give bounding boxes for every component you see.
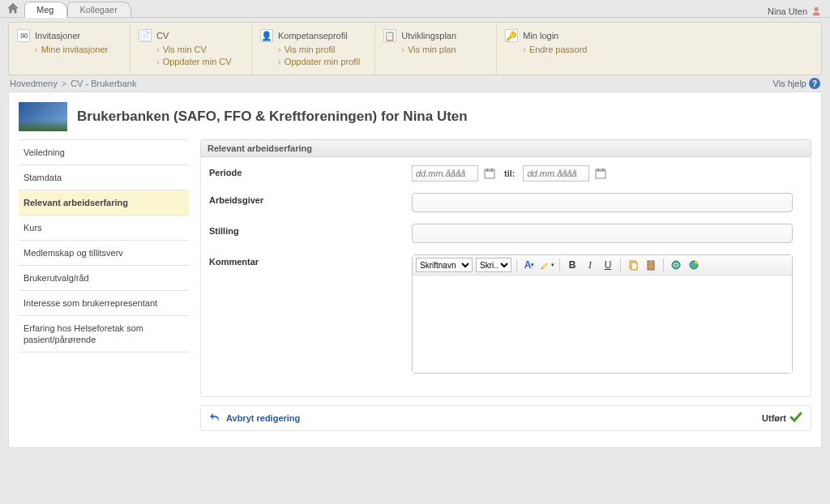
toolbar-invitasjoner: ✉Invitasjoner Mine invitasjoner xyxy=(9,23,130,75)
font-size-select[interactable]: Skri... xyxy=(476,258,511,272)
input-date-to[interactable] xyxy=(523,165,589,182)
help-icon: ? xyxy=(809,78,820,89)
banner-image xyxy=(19,102,67,131)
cancel-label: Avbryt redigering xyxy=(226,413,300,423)
sidebar-item-veiledning[interactable]: Veiledning xyxy=(19,140,189,165)
toolbar-title: Min login xyxy=(523,31,558,41)
label-til: til: xyxy=(504,169,515,178)
page-title: Brukerbanken (SAFO, FFO & Kreftforeninge… xyxy=(77,109,468,125)
breadcrumb-home[interactable]: Hovedmeny xyxy=(10,79,58,88)
link-endre-passord[interactable]: Endre passord xyxy=(523,44,604,56)
editor-body[interactable] xyxy=(413,275,792,373)
check-icon xyxy=(789,411,802,425)
calendar-icon-to[interactable] xyxy=(594,167,607,180)
label-arbeidsgiver: Arbeidsgiver xyxy=(209,193,412,205)
undo-icon xyxy=(209,411,222,425)
invitation-icon: ✉ xyxy=(17,29,30,42)
done-label: Utført xyxy=(762,413,786,423)
paste-button[interactable] xyxy=(644,258,658,272)
document-icon: 📄 xyxy=(139,29,152,42)
link-oppdater-min-cv[interactable]: Oppdater min CV xyxy=(156,56,237,68)
font-family-select[interactable]: Skriftnavn xyxy=(416,258,473,272)
toolbar-title: Utviklingsplan xyxy=(401,31,456,41)
input-stilling[interactable] xyxy=(412,224,793,243)
toolbar-utviklingsplan: 📋Utviklingsplan Vis min plan xyxy=(375,23,497,75)
toolbar-min-login: 🔑Min login Endre passord xyxy=(497,23,618,75)
image-button[interactable] xyxy=(687,258,701,272)
user-menu[interactable]: Nina Uten xyxy=(768,6,830,17)
bold-button[interactable]: B xyxy=(565,258,580,272)
main-toolbar: ✉Invitasjoner Mine invitasjoner 📄CV Vis … xyxy=(9,23,821,75)
username-label: Nina Uten xyxy=(768,6,807,16)
toolbar-separator xyxy=(516,258,517,271)
done-button[interactable]: Utført xyxy=(762,411,802,425)
toolbar-cv: 📄CV Vis min CV Oppdater min CV xyxy=(130,23,252,75)
font-color-button[interactable]: A▾ xyxy=(522,258,537,272)
toolbar-separator xyxy=(663,258,664,271)
toolbar-title: CV xyxy=(156,31,169,41)
svg-point-0 xyxy=(814,7,818,11)
section-header: Relevant arbeidserfaring xyxy=(200,139,811,157)
link-oppdater-min-profil[interactable]: Oppdater min profil xyxy=(278,56,360,68)
toolbar-title: Kompetanseprofil xyxy=(278,31,348,41)
breadcrumb-current: CV - Brukerbank xyxy=(71,79,136,88)
editor-toolbar: Skriftnavn Skri... A▾ ▾ B I U xyxy=(413,255,792,275)
toolbar-title: Invitasjoner xyxy=(35,31,80,41)
toolbar-kompetanseprofil: 👤Kompetanseprofil Vis min profil Oppdate… xyxy=(252,23,375,75)
link-vis-min-plan[interactable]: Vis min plan xyxy=(401,44,481,56)
tab-meg[interactable]: Meg xyxy=(24,2,67,18)
svg-rect-12 xyxy=(649,260,652,263)
sidebar-item-erfaring[interactable]: Erfaring hos Helseforetak som pasient/på… xyxy=(19,316,189,352)
breadcrumb-separator: > xyxy=(62,79,66,88)
login-icon: 🔑 xyxy=(505,29,518,42)
rich-text-editor: Skriftnavn Skri... A▾ ▾ B I U xyxy=(412,254,793,374)
side-menu: Veiledning Stamdata Relevant arbeidserfa… xyxy=(19,139,189,431)
sidebar-item-arbeidserfaring[interactable]: Relevant arbeidserfaring xyxy=(19,190,189,216)
home-icon[interactable] xyxy=(6,2,19,15)
sidebar-item-kurs[interactable]: Kurs xyxy=(19,216,189,241)
sidebar-item-medlemskap[interactable]: Medlemskap og tillitsverv xyxy=(19,241,189,266)
italic-button[interactable]: I xyxy=(583,258,597,272)
input-date-from[interactable] xyxy=(412,165,478,182)
calendar-icon-from[interactable] xyxy=(483,167,496,180)
label-stilling: Stilling xyxy=(209,224,412,236)
link-button[interactable] xyxy=(669,258,683,272)
link-mine-invitasjoner[interactable]: Mine invitasjoner xyxy=(35,44,115,56)
toolbar-separator xyxy=(620,258,621,271)
plan-icon: 📋 xyxy=(383,29,396,42)
svg-rect-2 xyxy=(485,169,494,172)
underline-button[interactable]: U xyxy=(601,258,615,272)
svg-rect-6 xyxy=(596,169,605,172)
profile-icon: 👤 xyxy=(260,29,273,42)
highlight-button[interactable]: ▾ xyxy=(540,258,554,272)
link-vis-min-profil[interactable]: Vis min profil xyxy=(278,44,360,56)
help-toggle[interactable]: Vis hjelp ? xyxy=(773,78,820,89)
label-periode: Periode xyxy=(209,165,412,177)
input-arbeidsgiver[interactable] xyxy=(412,193,793,212)
copy-button[interactable] xyxy=(626,258,640,272)
svg-rect-10 xyxy=(631,263,637,270)
link-vis-min-cv[interactable]: Vis min CV xyxy=(156,44,237,56)
tab-kollegaer[interactable]: Kollegaer xyxy=(67,2,130,17)
sidebar-item-brukerutvalg[interactable]: Brukerutvalg/råd xyxy=(19,266,189,291)
user-icon xyxy=(811,6,822,17)
cancel-edit-button[interactable]: Avbryt redigering xyxy=(209,411,300,425)
sidebar-item-interesse[interactable]: Interesse som brukerrepresentant xyxy=(19,291,189,316)
help-label: Vis hjelp xyxy=(773,79,806,88)
toolbar-separator xyxy=(559,258,560,271)
svg-point-15 xyxy=(695,261,698,264)
label-kommentar: Kommentar xyxy=(209,254,412,267)
sidebar-item-stamdata[interactable]: Stamdata xyxy=(19,165,189,190)
